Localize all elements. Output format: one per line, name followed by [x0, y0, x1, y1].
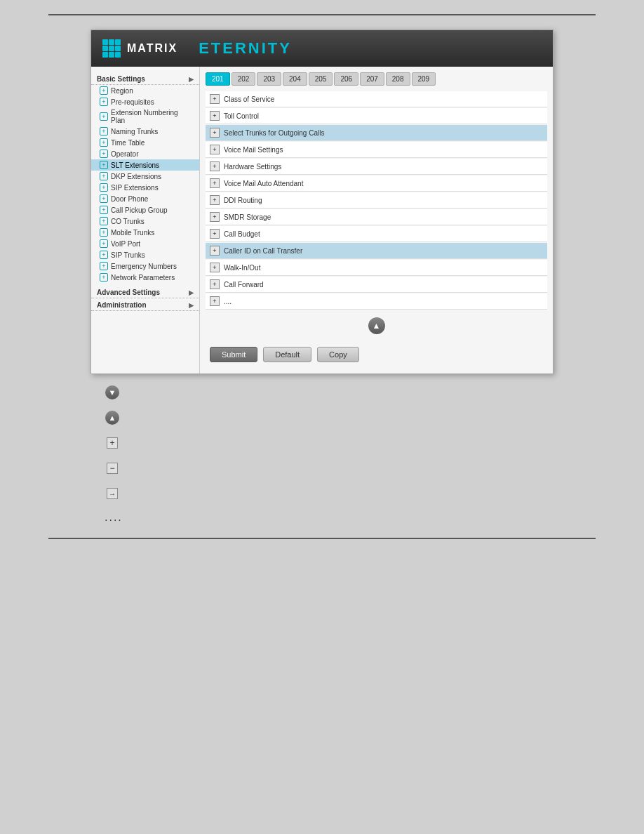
network-icon: +	[100, 273, 108, 282]
section-voice-mail[interactable]: + Voice Mail Settings	[206, 142, 547, 158]
sidebar-item-naming-trunks[interactable]: + Naming Trunks	[91, 126, 199, 137]
legend-dots: ....	[105, 511, 539, 524]
smdr-expand-icon[interactable]: +	[210, 212, 220, 222]
bottom-rule	[48, 538, 596, 539]
main-panel: MATRIX ETERNITY Basic Settings ▶ + Regio…	[90, 29, 554, 374]
sidebar-item-label: SIP Extensions	[111, 184, 159, 192]
sidebar-item-label: Emergency Numbers	[111, 263, 177, 270]
scroll-up-button[interactable]: ▲	[368, 317, 385, 334]
sidebar-item-region[interactable]: + Region	[91, 85, 199, 96]
section-ddi-routing[interactable]: + DDI Routing	[206, 192, 547, 208]
walkin-expand-icon[interactable]: +	[210, 263, 220, 272]
admin-expand-icon[interactable]: ▶	[189, 302, 194, 309]
sidebar-item-call-pickup[interactable]: + Call Pickup Group	[91, 204, 199, 216]
sidebar-item-co-trunks[interactable]: + CO Trunks	[91, 216, 199, 227]
sidebar-item-operator[interactable]: + Operator	[91, 148, 199, 159]
logo-area: MATRIX	[102, 39, 177, 58]
logo-dot	[102, 52, 108, 58]
section-hardware[interactable]: + Hardware Settings	[206, 159, 547, 175]
time-table-icon: +	[100, 138, 108, 147]
section-walk-in-out[interactable]: + Walk-In/Out	[206, 260, 547, 276]
copy-button[interactable]: Copy	[317, 347, 359, 362]
basic-settings-expand-icon[interactable]: ▶	[189, 76, 194, 83]
legend-plus-icon: +	[105, 435, 120, 451]
sidebar-item-prerequisites[interactable]: + Pre-requisites	[91, 96, 199, 107]
logo-dot	[115, 39, 121, 45]
sip-ext-icon: +	[100, 183, 108, 192]
tab-208[interactable]: 208	[386, 72, 410, 86]
voip-icon: +	[100, 239, 108, 248]
tab-207[interactable]: 207	[360, 72, 384, 86]
tab-201[interactable]: 201	[206, 72, 230, 86]
sidebar-item-sip-extensions[interactable]: + SIP Extensions	[91, 182, 199, 193]
sidebar-item-slt-extensions[interactable]: + SLT Extensions	[91, 159, 199, 171]
advanced-expand-icon[interactable]: ▶	[189, 289, 194, 296]
section-select-trunks[interactable]: + Select Trunks for Outgoing Calls	[206, 125, 547, 141]
tab-204[interactable]: 204	[283, 72, 307, 86]
forward-label: Call Forward	[224, 281, 264, 289]
legend-scroll-down-icon: ▼	[105, 385, 120, 400]
dots-expand-icon[interactable]: +	[210, 296, 220, 306]
plus-box-icon: +	[107, 437, 118, 449]
ext-num-icon: +	[100, 112, 108, 121]
legend-arrow-icon: →	[105, 486, 120, 501]
sidebar-item-emergency[interactable]: + Emergency Numbers	[91, 260, 199, 272]
sidebar-item-door-phone[interactable]: + Door Phone	[91, 193, 199, 204]
callerid-expand-icon[interactable]: +	[210, 246, 220, 256]
logo-dot	[109, 52, 114, 58]
call-pickup-icon: +	[100, 206, 108, 214]
ddi-expand-icon[interactable]: +	[210, 195, 220, 205]
forward-expand-icon[interactable]: +	[210, 279, 220, 289]
budget-expand-icon[interactable]: +	[210, 229, 220, 239]
body-area: Basic Settings ▶ + Region + Pre-requisit…	[91, 67, 553, 373]
prerequisites-icon: +	[100, 98, 108, 106]
section-dots[interactable]: + ....	[206, 293, 547, 310]
callerid-label: Caller ID on Call Transfer	[224, 247, 302, 255]
sidebar-item-label: Naming Trunks	[111, 128, 158, 135]
hardware-label: Hardware Settings	[224, 163, 281, 171]
default-button[interactable]: Default	[263, 347, 311, 362]
voicemail-expand-icon[interactable]: +	[210, 145, 220, 154]
brand-title: ETERNITY	[199, 39, 292, 58]
hardware-expand-icon[interactable]: +	[210, 161, 220, 171]
section-caller-id[interactable]: + Caller ID on Call Transfer	[206, 243, 547, 259]
vmaa-expand-icon[interactable]: +	[210, 178, 220, 188]
sidebar-item-label: Operator	[111, 150, 138, 158]
emergency-icon: +	[100, 262, 108, 270]
logo-dot	[115, 46, 121, 51]
section-call-budget[interactable]: + Call Budget	[206, 226, 547, 242]
sidebar-item-voip-port[interactable]: + VoIP Port	[91, 238, 199, 249]
submit-button[interactable]: Submit	[210, 347, 257, 362]
tab-209[interactable]: 209	[412, 72, 436, 86]
sidebar-item-label: Extension Numbering Plan	[111, 109, 194, 124]
toll-expand-icon[interactable]: +	[210, 111, 220, 121]
section-class-of-service[interactable]: + Class of Service	[206, 91, 547, 107]
tab-202[interactable]: 202	[232, 72, 256, 86]
sidebar-item-label: Time Table	[111, 139, 145, 147]
sidebar-item-label: CO Trunks	[111, 218, 145, 225]
tab-206[interactable]: 206	[334, 72, 358, 86]
sidebar-item-extension-numbering[interactable]: + Extension Numbering Plan	[91, 107, 199, 126]
minus-box-icon: −	[107, 463, 118, 474]
section-smdr[interactable]: + SMDR Storage	[206, 209, 547, 225]
logo-grid	[102, 39, 121, 58]
section-voicemail-auto[interactable]: + Voice Mail Auto Attendant	[206, 176, 547, 192]
sidebar-item-network[interactable]: + Network Parameters	[91, 272, 199, 283]
trunks-expand-icon[interactable]: +	[210, 128, 220, 138]
sidebar-item-sip-trunks[interactable]: + SIP Trunks	[91, 249, 199, 260]
sidebar-item-mobile-trunks[interactable]: + Mobile Trunks	[91, 227, 199, 238]
sidebar-item-dkp-extensions[interactable]: + DKP Extensions	[91, 171, 199, 182]
tab-205[interactable]: 205	[309, 72, 333, 86]
basic-settings-section: Basic Settings ▶	[91, 72, 199, 85]
sidebar-item-time-table[interactable]: + Time Table	[91, 137, 199, 148]
logo-dot	[102, 39, 108, 45]
operator-icon: +	[100, 150, 108, 158]
section-toll-control[interactable]: + Toll Control	[206, 108, 547, 124]
cos-expand-icon[interactable]: +	[210, 94, 220, 104]
sidebar-item-label: SIP Trunks	[111, 251, 145, 259]
ddi-label: DDI Routing	[224, 197, 262, 204]
tab-203[interactable]: 203	[257, 72, 281, 86]
section-call-forward[interactable]: + Call Forward	[206, 277, 547, 293]
cos-label: Class of Service	[224, 95, 274, 103]
toll-label: Toll Control	[224, 112, 259, 120]
